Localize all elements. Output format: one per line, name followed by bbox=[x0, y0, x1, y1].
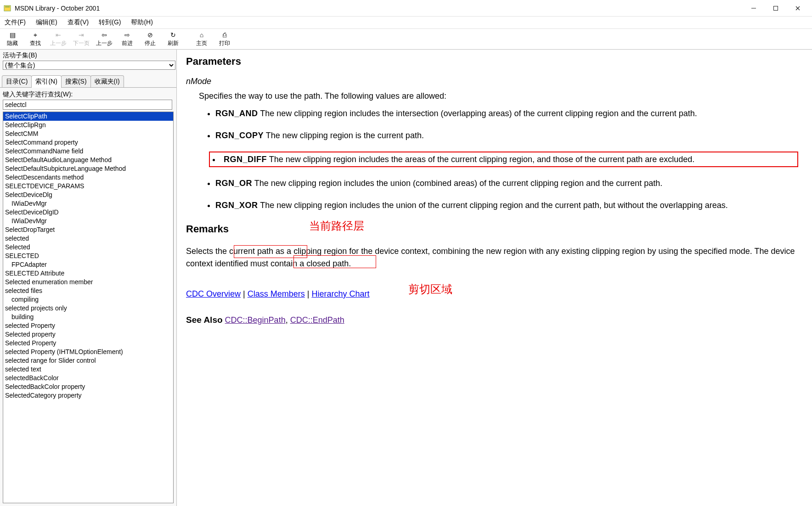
toolbar-prev-icon[interactable]: ⇦上一步 bbox=[93, 30, 116, 48]
index-item[interactable]: Selected Property bbox=[3, 339, 173, 348]
nav-tabbar: 目录(C)索引(N)搜索(S)收藏夹(I) bbox=[0, 73, 176, 88]
toolbar-print-icon[interactable]: ⎙打印 bbox=[213, 30, 236, 48]
option-desc: The new clipping region includes the uni… bbox=[258, 201, 728, 210]
index-item[interactable]: selected text bbox=[3, 365, 173, 374]
svg-rect-1 bbox=[5, 6, 10, 7]
link-hierarchy-chart[interactable]: Hierarchy Chart bbox=[311, 289, 369, 298]
maximize-button[interactable] bbox=[765, 1, 786, 15]
toolbar-next-page-icon: ⇥下一页 bbox=[70, 30, 93, 48]
link-class-members[interactable]: Class Members bbox=[248, 289, 305, 298]
nav-tab-0[interactable]: 目录(C) bbox=[2, 75, 32, 88]
hide-icon: ▤ bbox=[10, 31, 16, 39]
print-icon: ⎙ bbox=[223, 31, 226, 39]
toolbar-home-icon[interactable]: ⌂主页 bbox=[190, 30, 213, 48]
heading-parameters: Parameters bbox=[186, 54, 798, 69]
index-search-label: 键入关键字进行查找(W): bbox=[0, 88, 176, 100]
nav-tab-2[interactable]: 搜索(S) bbox=[61, 75, 91, 88]
index-item[interactable]: SelectClipRgn bbox=[3, 121, 173, 129]
minimize-button[interactable] bbox=[743, 1, 764, 15]
menu-help[interactable]: 帮助(H) bbox=[129, 17, 154, 28]
index-item[interactable]: FPCAdapter bbox=[3, 260, 173, 269]
option-item: RGN_OR The new clipping region includes … bbox=[215, 177, 798, 189]
window-title: MSDN Library - October 2001 bbox=[15, 5, 743, 12]
menu-goto[interactable]: 转到(G) bbox=[97, 17, 123, 28]
index-item[interactable]: selected Property (IHTMLOptionElement) bbox=[3, 348, 173, 356]
index-item[interactable]: SelectDefaultSubpictureLanguage Method bbox=[3, 164, 173, 173]
back-step-icon: ⇤ bbox=[56, 31, 61, 39]
index-item[interactable]: SELECTED bbox=[3, 252, 173, 260]
index-item[interactable]: SelectDescendants method bbox=[3, 173, 173, 182]
index-item[interactable]: selectedBackColor bbox=[3, 374, 173, 382]
index-item[interactable]: SelectedCategory property bbox=[3, 391, 173, 400]
index-item[interactable]: SelectCMM bbox=[3, 129, 173, 138]
prev-icon: ⇦ bbox=[102, 31, 107, 39]
index-item[interactable]: Selected enumeration member bbox=[3, 278, 173, 287]
index-item[interactable]: IWiaDevMgr bbox=[3, 199, 173, 208]
index-item[interactable]: compiling bbox=[3, 295, 173, 304]
option-desc: The new clipping region is the current p… bbox=[264, 131, 424, 140]
menu-file[interactable]: 文件(F) bbox=[3, 17, 28, 28]
link-cdc-overview[interactable]: CDC Overview bbox=[186, 289, 241, 298]
index-item[interactable]: selected range for Slider control bbox=[3, 356, 173, 365]
index-item[interactable]: SelectDefaultAudioLanguage Method bbox=[3, 156, 173, 164]
option-const: RGN_AND bbox=[215, 109, 258, 118]
links-row: CDC Overview | Class Members | Hierarchy… bbox=[186, 288, 798, 300]
index-item[interactable]: SELECTDEVICE_PARAMS bbox=[3, 182, 173, 191]
toolbar-label: 隐藏 bbox=[7, 39, 18, 47]
index-item[interactable]: SelectCommand property bbox=[3, 138, 173, 147]
index-item[interactable]: Selected property bbox=[3, 330, 173, 339]
toolbar-label: 下一页 bbox=[73, 39, 90, 47]
index-item[interactable]: SelectedBackColor property bbox=[3, 382, 173, 391]
index-search-input[interactable] bbox=[3, 100, 172, 110]
subset-select[interactable]: (整个集合) bbox=[3, 61, 175, 70]
toolbar-stop-icon[interactable]: ⊘停止 bbox=[139, 30, 162, 48]
close-button[interactable] bbox=[787, 1, 808, 15]
navigation-pane: 活动子集(B) (整个集合) 目录(C)索引(N)搜索(S)收藏夹(I) 键入关… bbox=[0, 50, 177, 506]
index-item[interactable]: building bbox=[3, 313, 173, 321]
heading-see-also: See Also bbox=[186, 315, 223, 325]
index-item[interactable]: IWiaDevMgr bbox=[3, 217, 173, 225]
index-item[interactable]: selected files bbox=[3, 287, 173, 295]
forward-icon: ⇨ bbox=[124, 31, 130, 39]
stop-icon: ⊘ bbox=[147, 31, 153, 39]
content-pane[interactable]: Parameters nMode Specifies the way to us… bbox=[177, 50, 812, 506]
nav-tab-3[interactable]: 收藏夹(I) bbox=[90, 75, 124, 88]
titlebar: MSDN Library - October 2001 bbox=[0, 0, 812, 17]
index-item[interactable]: selected Property bbox=[3, 321, 173, 330]
toolbar-label: 刷新 bbox=[168, 39, 179, 47]
toolbar-locate-icon[interactable]: ⌖查找 bbox=[24, 30, 47, 48]
app-icon bbox=[4, 5, 11, 12]
option-const: RGN_DIFF bbox=[224, 155, 267, 164]
index-item[interactable]: SELECTED Attribute bbox=[3, 269, 173, 278]
index-item[interactable]: SelectCommandName field bbox=[3, 147, 173, 156]
menu-view[interactable]: 查看(V) bbox=[66, 17, 91, 28]
toolbar-label: 前进 bbox=[122, 39, 133, 47]
index-item[interactable]: SelectDropTarget bbox=[3, 225, 173, 234]
param-intro: Specifies the way to use the path. The f… bbox=[199, 90, 798, 102]
toolbar-label: 上一步 bbox=[96, 39, 113, 47]
link-beginpath[interactable]: CDC::BeginPath bbox=[225, 315, 286, 325]
index-item[interactable]: SelectDeviceDlgID bbox=[3, 208, 173, 217]
toolbar-label: 打印 bbox=[219, 39, 230, 47]
option-const: RGN_OR bbox=[215, 179, 252, 188]
index-item[interactable]: selected bbox=[3, 234, 173, 243]
toolbar: ▤隐藏⌖查找⇤上一步⇥下一页⇦上一步⇨前进⊘停止↻刷新⌂主页⎙打印 bbox=[0, 29, 812, 50]
option-item: RGN_XOR The new clipping region includes… bbox=[215, 199, 798, 211]
index-item[interactable]: SelectClipPath bbox=[3, 112, 173, 121]
options-list: RGN_AND The new clipping region includes… bbox=[215, 107, 798, 211]
heading-remarks: Remarks bbox=[186, 222, 798, 236]
toolbar-refresh-icon[interactable]: ↻刷新 bbox=[162, 30, 185, 48]
toolbar-forward-icon[interactable]: ⇨前进 bbox=[116, 30, 139, 48]
index-item[interactable]: Selected bbox=[3, 243, 173, 252]
link-endpath[interactable]: CDC::EndPath bbox=[290, 315, 344, 325]
menu-edit[interactable]: 编辑(E) bbox=[34, 17, 59, 28]
index-list[interactable]: SelectClipPathSelectClipRgnSelectCMMSele… bbox=[3, 112, 174, 503]
toolbar-back-step-icon: ⇤上一步 bbox=[47, 30, 70, 48]
index-item[interactable]: SelectDeviceDlg bbox=[3, 191, 173, 199]
option-const: RGN_XOR bbox=[215, 201, 258, 210]
toolbar-hide-icon[interactable]: ▤隐藏 bbox=[1, 30, 24, 48]
menubar: 文件(F) 编辑(E) 查看(V) 转到(G) 帮助(H) bbox=[0, 17, 812, 29]
option-item: RGN_DIFF The new clipping region include… bbox=[209, 152, 798, 167]
nav-tab-1[interactable]: 索引(N) bbox=[31, 75, 61, 88]
index-item[interactable]: selected projects only bbox=[3, 304, 173, 313]
